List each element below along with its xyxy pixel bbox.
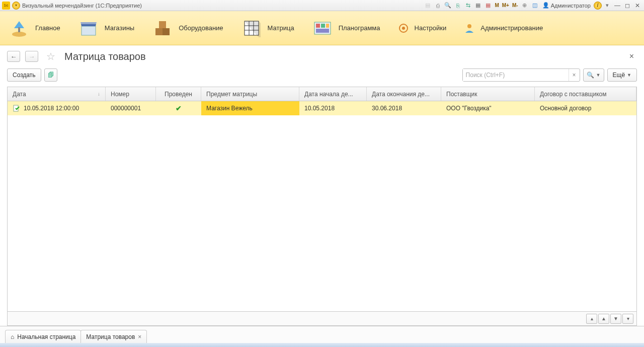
col-date[interactable]: Дата↓ — [8, 87, 106, 101]
nav-prev-button[interactable]: ▲ — [598, 314, 609, 324]
section-label: Оборудование — [179, 24, 223, 32]
memory-mplus-button[interactable]: M+ — [501, 2, 510, 10]
svg-rect-6 — [159, 21, 166, 28]
windows-icon[interactable]: ◫ — [530, 2, 539, 10]
page-close-button[interactable]: × — [626, 52, 637, 61]
info-dropdown-icon[interactable]: ▾ — [603, 2, 612, 10]
gear-icon — [397, 22, 410, 34]
shop-icon — [77, 17, 100, 39]
app-menu-dropdown[interactable]: ▾ — [12, 2, 20, 10]
admin-icon — [463, 22, 475, 34]
section-equipment[interactable]: Оборудование — [148, 15, 226, 41]
cell-date: 10.05.2018 12:00:00 — [8, 101, 106, 115]
section-planogram[interactable]: Планограмма — [308, 15, 383, 41]
section-label: Настройки — [415, 24, 447, 32]
data-table: Дата↓ Номер Проведен Предмет матрицы Дат… — [7, 87, 637, 326]
sort-asc-icon: ↓ — [98, 91, 100, 97]
os-taskbar — [0, 343, 644, 347]
search-icon: 🔍 — [587, 72, 594, 79]
section-label: Главное — [35, 24, 60, 32]
search-box: × — [462, 68, 580, 82]
minimize-button[interactable]: — — [613, 2, 622, 10]
user-indicator[interactable]: 👤 Администратор — [540, 2, 593, 9]
search-clear-button[interactable]: × — [569, 69, 580, 81]
cell-supplier: ООО "Гвоздика" — [441, 101, 535, 115]
more-button[interactable]: Ещё ▼ — [607, 68, 637, 82]
zoom-in-icon[interactable]: ⊕ — [520, 2, 529, 10]
svg-rect-14 — [321, 24, 325, 28]
app-title: Визуальный мерчендайзинг (1С:Предприятие… — [22, 3, 142, 9]
memory-mminus-button[interactable]: M- — [511, 2, 519, 10]
create-label: Создать — [13, 72, 36, 79]
section-label: Администрирование — [480, 24, 543, 32]
user-icon: 👤 — [542, 2, 549, 9]
tab-home[interactable]: ⌂ Начальная страница — [5, 330, 81, 343]
app-logo-icon: 1c — [2, 2, 10, 10]
user-name: Администратор — [551, 3, 591, 9]
maximize-button[interactable]: ◻ — [623, 2, 632, 10]
favorite-star-icon[interactable]: ☆ — [46, 50, 55, 62]
search-input[interactable] — [463, 69, 569, 81]
svg-rect-4 — [155, 28, 163, 35]
section-label: Планограмма — [339, 24, 380, 32]
nav-last-button[interactable]: ▾ — [622, 314, 633, 324]
col-end[interactable]: Дата окончания де... — [367, 87, 441, 101]
planogram-icon — [311, 17, 334, 39]
nav-back-button[interactable]: ← — [7, 51, 20, 62]
bottom-tabs: ⌂ Начальная страница Матрица товаров × — [0, 326, 644, 343]
svg-rect-1 — [18, 27, 20, 32]
svg-point-0 — [12, 32, 26, 37]
section-main[interactable]: Главное — [5, 15, 63, 41]
nav-forward-button[interactable]: → — [25, 51, 38, 62]
home-icon: ⌂ — [11, 333, 14, 340]
search-button[interactable]: 🔍 ▼ — [583, 68, 604, 82]
col-subject[interactable]: Предмет матрицы — [201, 87, 299, 101]
save-icon[interactable]: ▤ — [423, 2, 432, 10]
matrix-icon — [240, 17, 263, 39]
memory-m-button[interactable]: M — [494, 2, 500, 10]
col-posted[interactable]: Проведен — [156, 87, 201, 101]
col-contract[interactable]: Договор с поставщиком — [535, 87, 636, 101]
col-start[interactable]: Дата начала де... — [299, 87, 367, 101]
nav-next-button[interactable]: ▼ — [610, 314, 621, 324]
section-shops[interactable]: Магазины — [74, 15, 138, 41]
copy-doc-button[interactable]: 🗐 — [44, 68, 57, 82]
content-header: ← → ☆ Матрица товаров × — [0, 45, 644, 65]
section-admin[interactable]: Администрирование — [460, 20, 546, 36]
info-icon[interactable]: i — [594, 2, 602, 10]
preview-icon[interactable]: 🔍 — [443, 2, 452, 10]
compare-icon[interactable]: ⇆ — [463, 2, 472, 10]
page-title: Матрица товаров — [64, 51, 146, 62]
svg-point-18 — [402, 27, 405, 30]
lamp-icon — [8, 17, 30, 39]
cell-contract: Основной договор — [535, 101, 636, 115]
create-button[interactable]: Создать — [7, 68, 41, 82]
document-posted-icon — [13, 104, 21, 112]
print-icon[interactable]: ⎙ — [433, 2, 442, 10]
cell-number: 000000001 — [106, 101, 156, 115]
chevron-down-icon: ▼ — [596, 73, 601, 78]
cell-posted: ✔ — [156, 101, 201, 115]
calendar-icon[interactable]: ▦ — [484, 2, 493, 10]
col-supplier[interactable]: Поставщик — [441, 87, 535, 101]
svg-rect-5 — [163, 28, 170, 35]
nav-first-button[interactable]: ▴ — [586, 314, 597, 324]
svg-point-19 — [467, 24, 471, 28]
chevron-down-icon: ▼ — [627, 73, 631, 78]
col-number[interactable]: Номер — [106, 87, 156, 101]
svg-rect-13 — [316, 24, 320, 28]
table-row[interactable]: 10.05.2018 12:00:00 000000001 ✔ Магазин … — [8, 101, 636, 115]
close-button[interactable]: ✕ — [633, 2, 642, 10]
table-nav-footer: ▴ ▲ ▼ ▾ — [8, 311, 636, 325]
section-settings[interactable]: Настройки — [394, 20, 450, 36]
svg-rect-2 — [82, 26, 96, 35]
svg-rect-16 — [316, 29, 329, 33]
tab-matrix[interactable]: Матрица товаров × — [80, 330, 147, 343]
copy-icon[interactable]: ⎘ — [453, 2, 462, 10]
section-label: Матрица — [268, 24, 294, 32]
tab-close-icon[interactable]: × — [138, 333, 141, 340]
svg-rect-15 — [326, 24, 329, 28]
section-matrix[interactable]: Матрица — [237, 15, 297, 41]
boxes-icon — [151, 17, 174, 39]
calc-icon[interactable]: ▦ — [473, 2, 482, 10]
